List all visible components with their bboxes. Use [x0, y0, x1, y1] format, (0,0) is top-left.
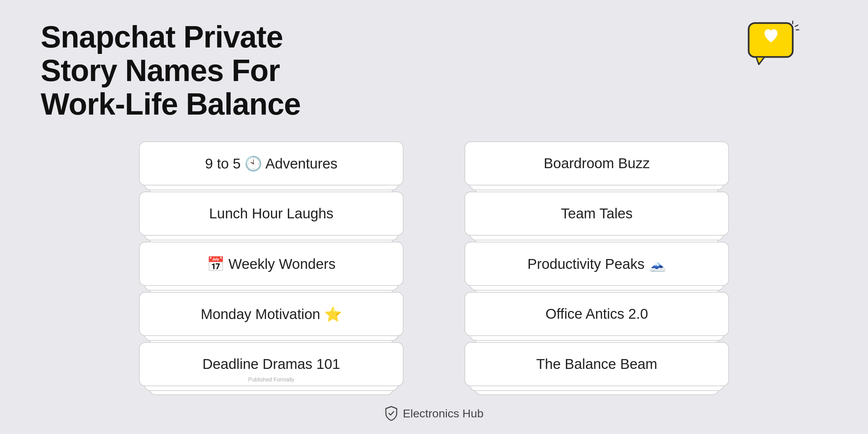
shield-icon	[384, 406, 398, 421]
snapchat-icon	[746, 20, 800, 68]
card-stack: Monday Motivation ⭐	[139, 292, 403, 336]
card-stack: Deadline Dramas 101Published Formally	[139, 342, 403, 386]
right-column: Boardroom BuzzTeam TalesProductivity Pea…	[465, 141, 729, 392]
story-name-card: 📅 Weekly Wonders	[139, 242, 403, 286]
card-footnote: Published Formally	[248, 377, 294, 383]
card-stack: Lunch Hour Laughs	[139, 192, 403, 236]
story-name-card: Productivity Peaks 🗻	[465, 242, 729, 286]
card-stack: Productivity Peaks 🗻	[465, 242, 729, 286]
svg-marker-1	[756, 57, 765, 64]
footer: Electronics Hub	[384, 406, 484, 421]
header: Snapchat Private Story Names For Work-Li…	[41, 20, 827, 121]
card-stack: Boardroom Buzz	[465, 141, 729, 185]
footer-logo: Electronics Hub	[384, 406, 484, 421]
story-name-card: Office Antics 2.0	[465, 292, 729, 336]
story-name-card: Deadline Dramas 101Published Formally	[139, 342, 403, 386]
story-name-card: Team Tales	[465, 192, 729, 236]
card-stack: The Balance Beam	[465, 342, 729, 386]
card-stack: Team Tales	[465, 192, 729, 236]
main-title: Snapchat Private Story Names For Work-Li…	[41, 20, 346, 121]
story-name-card: The Balance Beam	[465, 342, 729, 386]
story-name-card: Boardroom Buzz	[465, 141, 729, 185]
svg-line-3	[795, 25, 798, 26]
left-column: 9 to 5 🕙 AdventuresLunch Hour Laughs📅 We…	[139, 141, 403, 392]
story-name-card: Lunch Hour Laughs	[139, 192, 403, 236]
card-stack: 📅 Weekly Wonders	[139, 242, 403, 286]
page-wrapper: Snapchat Private Story Names For Work-Li…	[0, 0, 868, 434]
columns: 9 to 5 🕙 AdventuresLunch Hour Laughs📅 We…	[41, 141, 827, 392]
story-name-card: 9 to 5 🕙 Adventures	[139, 141, 403, 185]
story-name-card: Monday Motivation ⭐	[139, 292, 403, 336]
card-stack: 9 to 5 🕙 Adventures	[139, 141, 403, 185]
title-block: Snapchat Private Story Names For Work-Li…	[41, 20, 346, 121]
card-stack: Office Antics 2.0	[465, 292, 729, 336]
brand-name: Electronics Hub	[403, 407, 484, 420]
